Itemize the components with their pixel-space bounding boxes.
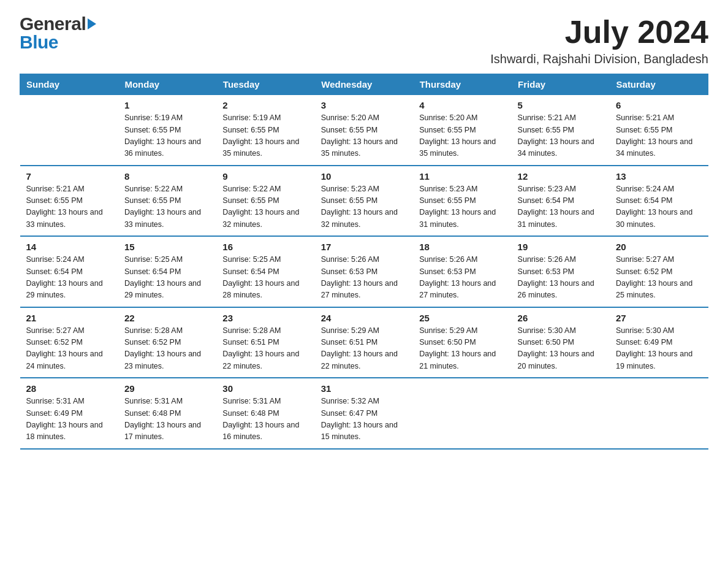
day-detail: Sunrise: 5:27 AMSunset: 6:52 PMDaylight:…: [26, 325, 112, 373]
day-detail: Sunrise: 5:22 AMSunset: 6:55 PMDaylight:…: [222, 183, 308, 231]
day-detail: Sunrise: 5:30 AMSunset: 6:50 PMDaylight:…: [518, 325, 604, 373]
logo-general-text: General: [20, 15, 86, 33]
day-detail: Sunrise: 5:21 AMSunset: 6:55 PMDaylight:…: [616, 112, 702, 160]
day-detail: Sunrise: 5:22 AMSunset: 6:55 PMDaylight:…: [124, 183, 210, 231]
logo-blue-text: Blue: [20, 33, 58, 52]
day-detail: Sunrise: 5:30 AMSunset: 6:49 PMDaylight:…: [616, 325, 702, 373]
day-detail: Sunrise: 5:29 AMSunset: 6:50 PMDaylight:…: [419, 325, 505, 373]
calendar-cell: 12Sunrise: 5:23 AMSunset: 6:54 PMDayligh…: [512, 166, 610, 237]
day-detail: Sunrise: 5:31 AMSunset: 6:48 PMDaylight:…: [222, 396, 308, 443]
calendar-cell: 20Sunrise: 5:27 AMSunset: 6:52 PMDayligh…: [610, 236, 708, 307]
day-number: 9: [222, 171, 308, 182]
calendar-cell: 19Sunrise: 5:26 AMSunset: 6:53 PMDayligh…: [512, 236, 610, 307]
calendar-week-row: 28Sunrise: 5:31 AMSunset: 6:49 PMDayligh…: [20, 378, 708, 449]
calendar-cell: [512, 378, 610, 449]
day-detail: Sunrise: 5:26 AMSunset: 6:53 PMDaylight:…: [518, 254, 604, 302]
calendar-cell: 18Sunrise: 5:26 AMSunset: 6:53 PMDayligh…: [413, 236, 511, 307]
day-detail: Sunrise: 5:23 AMSunset: 6:55 PMDaylight:…: [321, 183, 407, 231]
day-detail: Sunrise: 5:28 AMSunset: 6:52 PMDaylight:…: [124, 325, 210, 373]
month-year-title: July 2024: [490, 15, 708, 50]
day-detail: Sunrise: 5:27 AMSunset: 6:52 PMDaylight:…: [616, 254, 702, 302]
calendar-cell: 11Sunrise: 5:23 AMSunset: 6:55 PMDayligh…: [413, 166, 511, 237]
calendar-cell: 14Sunrise: 5:24 AMSunset: 6:54 PMDayligh…: [20, 236, 118, 307]
calendar-cell: 24Sunrise: 5:29 AMSunset: 6:51 PMDayligh…: [315, 307, 413, 378]
day-detail: Sunrise: 5:28 AMSunset: 6:51 PMDaylight:…: [222, 325, 308, 373]
day-number: 24: [321, 313, 407, 323]
calendar-cell: 27Sunrise: 5:30 AMSunset: 6:49 PMDayligh…: [610, 307, 708, 378]
day-number: 16: [222, 242, 308, 252]
day-number: 22: [124, 313, 210, 323]
day-number: 10: [321, 171, 407, 182]
day-number: 18: [419, 242, 505, 252]
title-block: July 2024 Ishwardi, Rajshahi Division, B…: [490, 15, 708, 66]
calendar-table: SundayMondayTuesdayWednesdayThursdayFrid…: [20, 74, 708, 450]
calendar-cell: 5Sunrise: 5:21 AMSunset: 6:55 PMDaylight…: [512, 95, 610, 166]
day-detail: Sunrise: 5:24 AMSunset: 6:54 PMDaylight:…: [616, 183, 702, 231]
day-number: 3: [321, 100, 407, 110]
calendar-cell: [413, 378, 511, 449]
day-of-week-header: Sunday: [20, 74, 118, 95]
calendar-cell: 30Sunrise: 5:31 AMSunset: 6:48 PMDayligh…: [216, 378, 314, 449]
day-of-week-header: Wednesday: [315, 74, 413, 95]
day-detail: Sunrise: 5:24 AMSunset: 6:54 PMDaylight:…: [26, 254, 112, 302]
day-number: 25: [419, 313, 505, 323]
day-detail: Sunrise: 5:23 AMSunset: 6:54 PMDaylight:…: [518, 183, 604, 231]
calendar-cell: 21Sunrise: 5:27 AMSunset: 6:52 PMDayligh…: [20, 307, 118, 378]
calendar-week-row: 7Sunrise: 5:21 AMSunset: 6:55 PMDaylight…: [20, 166, 708, 237]
day-number: 6: [616, 100, 702, 110]
calendar-week-row: 1Sunrise: 5:19 AMSunset: 6:55 PMDaylight…: [20, 95, 708, 166]
day-of-week-header: Tuesday: [216, 74, 314, 95]
calendar-cell: 29Sunrise: 5:31 AMSunset: 6:48 PMDayligh…: [118, 378, 216, 449]
calendar-cell: 1Sunrise: 5:19 AMSunset: 6:55 PMDaylight…: [118, 95, 216, 166]
calendar-cell: 26Sunrise: 5:30 AMSunset: 6:50 PMDayligh…: [512, 307, 610, 378]
logo-arrow-icon: [88, 18, 96, 29]
day-number: 1: [124, 100, 210, 110]
day-detail: Sunrise: 5:31 AMSunset: 6:48 PMDaylight:…: [124, 396, 210, 443]
day-number: 27: [616, 313, 702, 323]
day-number: 30: [222, 383, 308, 394]
day-number: 21: [26, 313, 112, 323]
day-number: 5: [518, 100, 604, 110]
day-detail: Sunrise: 5:25 AMSunset: 6:54 PMDaylight:…: [124, 254, 210, 302]
calendar-cell: 25Sunrise: 5:29 AMSunset: 6:50 PMDayligh…: [413, 307, 511, 378]
calendar-cell: 23Sunrise: 5:28 AMSunset: 6:51 PMDayligh…: [216, 307, 314, 378]
calendar-week-row: 21Sunrise: 5:27 AMSunset: 6:52 PMDayligh…: [20, 307, 708, 378]
day-number: 31: [321, 383, 407, 394]
calendar-cell: [20, 95, 118, 166]
day-detail: Sunrise: 5:26 AMSunset: 6:53 PMDaylight:…: [321, 254, 407, 302]
day-detail: Sunrise: 5:29 AMSunset: 6:51 PMDaylight:…: [321, 325, 407, 373]
day-detail: Sunrise: 5:20 AMSunset: 6:55 PMDaylight:…: [419, 112, 505, 160]
calendar-cell: 6Sunrise: 5:21 AMSunset: 6:55 PMDaylight…: [610, 95, 708, 166]
day-number: 20: [616, 242, 702, 252]
day-detail: Sunrise: 5:23 AMSunset: 6:55 PMDaylight:…: [419, 183, 505, 231]
location-subtitle: Ishwardi, Rajshahi Division, Bangladesh: [490, 52, 708, 66]
calendar-cell: 8Sunrise: 5:22 AMSunset: 6:55 PMDaylight…: [118, 166, 216, 237]
calendar-cell: 2Sunrise: 5:19 AMSunset: 6:55 PMDaylight…: [216, 95, 314, 166]
day-detail: Sunrise: 5:21 AMSunset: 6:55 PMDaylight:…: [26, 183, 112, 231]
day-of-week-header: Monday: [118, 74, 216, 95]
calendar-cell: 28Sunrise: 5:31 AMSunset: 6:49 PMDayligh…: [20, 378, 118, 449]
day-detail: Sunrise: 5:25 AMSunset: 6:54 PMDaylight:…: [222, 254, 308, 302]
page-header: General Blue July 2024 Ishwardi, Rajshah…: [20, 15, 708, 66]
calendar-cell: 17Sunrise: 5:26 AMSunset: 6:53 PMDayligh…: [315, 236, 413, 307]
day-number: 14: [26, 242, 112, 252]
day-number: 17: [321, 242, 407, 252]
calendar-cell: 16Sunrise: 5:25 AMSunset: 6:54 PMDayligh…: [216, 236, 314, 307]
day-number: 19: [518, 242, 604, 252]
day-detail: Sunrise: 5:26 AMSunset: 6:53 PMDaylight:…: [419, 254, 505, 302]
day-number: 11: [419, 171, 505, 182]
day-detail: Sunrise: 5:20 AMSunset: 6:55 PMDaylight:…: [321, 112, 407, 160]
day-number: 23: [222, 313, 308, 323]
calendar-cell: 7Sunrise: 5:21 AMSunset: 6:55 PMDaylight…: [20, 166, 118, 237]
calendar-cell: 10Sunrise: 5:23 AMSunset: 6:55 PMDayligh…: [315, 166, 413, 237]
calendar-cell: 4Sunrise: 5:20 AMSunset: 6:55 PMDaylight…: [413, 95, 511, 166]
day-of-week-header: Saturday: [610, 74, 708, 95]
day-of-week-header: Thursday: [413, 74, 511, 95]
day-number: 29: [124, 383, 210, 394]
calendar-cell: [610, 378, 708, 449]
calendar-cell: 15Sunrise: 5:25 AMSunset: 6:54 PMDayligh…: [118, 236, 216, 307]
day-of-week-header: Friday: [512, 74, 610, 95]
day-number: 13: [616, 171, 702, 182]
calendar-week-row: 14Sunrise: 5:24 AMSunset: 6:54 PMDayligh…: [20, 236, 708, 307]
day-detail: Sunrise: 5:21 AMSunset: 6:55 PMDaylight:…: [518, 112, 604, 160]
